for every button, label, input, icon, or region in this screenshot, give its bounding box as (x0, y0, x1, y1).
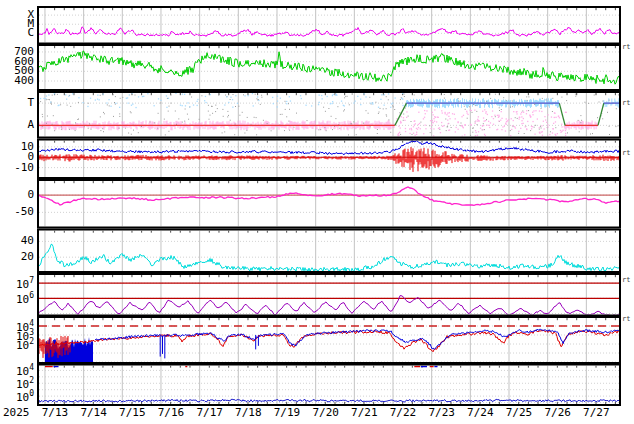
x-tick-label: 7/19 (274, 407, 301, 419)
chart-canvas (0, 0, 634, 424)
realtime-data-label: rt (622, 316, 630, 323)
y-tick-label: 102 (0, 377, 34, 390)
y-tick-label: C (0, 27, 34, 38)
x-tick-label: 7/27 (583, 407, 610, 419)
panel-magnetosphere-activity (38, 93, 620, 138)
x-tick-label: 7/21 (351, 407, 378, 419)
y-tick-label: 20 (0, 251, 34, 262)
y-tick-label: 106 (0, 292, 34, 305)
panel-goes-xray (38, 8, 620, 43)
y-tick-label: 400 (0, 75, 34, 86)
space-weather-summary-chart: 2025 XMC700600500400TA100-100-5040201071… (0, 0, 634, 424)
panel-electron-fluence (38, 275, 620, 316)
x-tick-label: 7/22 (390, 407, 417, 419)
x-tick-label: 7/14 (80, 407, 107, 419)
x-tick-label: 7/18 (235, 407, 262, 419)
panel-solar-wind-density (38, 231, 620, 272)
realtime-data-label: rt (622, 100, 630, 107)
panel-solar-wind-speed (38, 46, 620, 89)
y-tick-label: 104 (0, 364, 34, 377)
y-tick-label: 107 (0, 277, 34, 290)
realtime-data-label: rt (622, 277, 630, 284)
x-tick-label: 7/20 (312, 407, 339, 419)
y-tick-label: A (0, 119, 34, 130)
panel-goes-electron-flux (38, 318, 620, 362)
x-tick-label: 7/13 (42, 407, 69, 419)
realtime-data-label: rt (622, 150, 630, 157)
panel-dst-index (38, 181, 620, 227)
x-tick-label: 7/25 (506, 407, 533, 419)
y-tick-label: 102 (0, 338, 34, 351)
realtime-data-label: rt (622, 44, 630, 51)
panel-imf-bz (38, 140, 620, 177)
x-tick-label: 7/24 (467, 407, 494, 419)
y-tick-label: 40 (0, 235, 34, 246)
x-tick-label: 7/16 (158, 407, 185, 419)
x-tick-label: 7/17 (196, 407, 223, 419)
y-tick-label: -10 (0, 162, 34, 173)
x-tick-label: 7/23 (428, 407, 455, 419)
panel-goes-proton-flux (38, 366, 620, 405)
y-tick-label: T (0, 97, 34, 108)
x-tick-label: 7/15 (119, 407, 146, 419)
y-tick-label: -50 (0, 206, 34, 217)
y-tick-label: 0 (0, 189, 34, 200)
y-tick-label: 100 (0, 390, 34, 403)
x-tick-label: 7/26 (544, 407, 571, 419)
x-axis-year-label: 2025 (3, 407, 30, 419)
